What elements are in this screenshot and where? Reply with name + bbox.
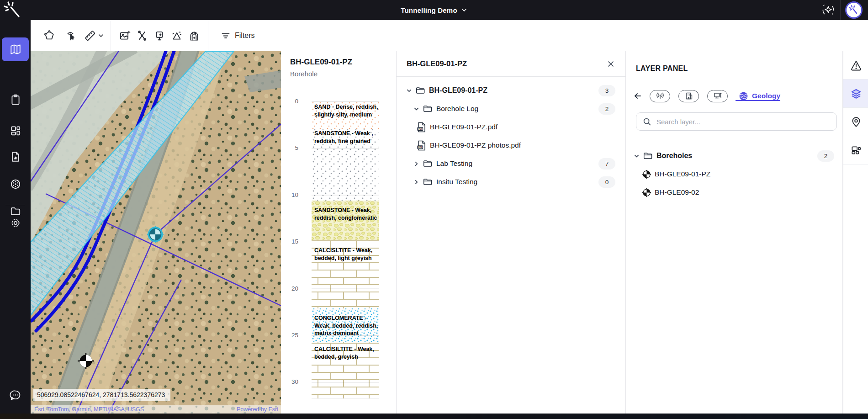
ruler-icon [84, 29, 96, 42]
cursor-coordinates: 506929.08522467624, 2781713.5622376273 [33, 389, 170, 401]
count-badge: 2 [598, 103, 615, 115]
select-feature-button[interactable] [63, 28, 78, 43]
tree-row-pdf-file[interactable]: PDF BH-GLE09-01-PZ.pdf [397, 118, 625, 136]
cut-route-button[interactable] [134, 28, 150, 43]
mountain-icon [171, 30, 183, 42]
map-toolbar: Filters [31, 20, 868, 51]
chevron-right-icon[interactable] [413, 160, 420, 167]
layers-button[interactable] [843, 80, 868, 108]
chevron-down-icon[interactable] [461, 7, 467, 13]
project-title[interactable]: Tunnelling Demo [401, 6, 457, 14]
layer-group-boreholes[interactable]: Boreholes 2 [626, 147, 842, 165]
user-avatar[interactable] [845, 1, 863, 19]
svg-text:PDF: PDF [418, 128, 423, 130]
sidebar-item-chat[interactable] [0, 383, 31, 407]
folder-icon [423, 177, 433, 187]
tree-item-label: BH-GLE09-01-PZ photos.pdf [430, 141, 521, 149]
tree-row-insitu-testing[interactable]: Insitu Testing 0 [397, 173, 625, 191]
borehole-symbol-icon [642, 188, 651, 197]
alerts-button[interactable] [843, 51, 868, 80]
sidebar-item-reports[interactable] [0, 145, 31, 169]
folder-icon [423, 104, 433, 114]
tree-row-root-folder[interactable]: BH-GLE09-01-PZ 3 [397, 81, 625, 100]
pointer-click-icon [64, 30, 76, 42]
tab-monitoring[interactable] [707, 90, 728, 102]
chevron-down-icon[interactable] [406, 87, 413, 94]
depth-tick: 30 [282, 378, 298, 385]
folder-icon [643, 151, 653, 161]
depth-tick: 5 [282, 144, 298, 151]
sidebar-item-clipboard[interactable] [0, 88, 31, 111]
globe-icon [739, 91, 748, 101]
tree-row-borehole-log[interactable]: Borehole Log 2 [397, 100, 625, 118]
tab-geology-label: Geology [752, 92, 780, 100]
powered-by-esri[interactable]: Powered by Esri [237, 406, 278, 413]
sidebar-divider [5, 205, 25, 205]
top-bar: Tunnelling Demo [0, 0, 868, 20]
borehole-log-title: BH-GLE09-01-PZ [290, 58, 352, 67]
signpost-button[interactable] [152, 28, 167, 43]
filters-button[interactable]: Filters [221, 31, 255, 41]
ai-sparkle-icon[interactable] [821, 3, 836, 17]
tree-item-label: BH-GLE09-01-PZ [429, 86, 487, 95]
borehole-files-panel: BH-GLE09-01-PZ BH-GLE09-01-PZ 3 [397, 51, 626, 414]
gear-icon [10, 217, 21, 229]
layer-item-bh-gle09-02[interactable]: BH-GLE09-02 [626, 183, 842, 202]
tab-geology[interactable]: Geology [739, 91, 780, 101]
count-badge: 0 [598, 176, 615, 188]
signpost-icon [153, 30, 165, 42]
measure-tool-button[interactable] [84, 29, 105, 42]
tunnel-button[interactable] [186, 28, 202, 43]
lithology-label: CALCISLTITE - Weak, bedded, light greyis… [314, 247, 378, 262]
toolbar-separator [208, 21, 208, 51]
left-sidebar [0, 20, 31, 414]
count-badge: 3 [598, 85, 615, 96]
terrain-button[interactable] [169, 28, 185, 43]
tree-row-pdf-file[interactable]: PDF BH-GLE09-01-PZ photos.pdf [397, 136, 625, 154]
filters-label: Filters [235, 32, 255, 40]
chevron-down-icon [97, 32, 105, 39]
tree-item-label: Lab Testing [436, 159, 472, 168]
search-icon [642, 117, 651, 126]
folder-icon [415, 85, 425, 95]
layer-item-label: BH-GLE09-01-PZ [655, 170, 710, 178]
widgets-button[interactable] [843, 136, 868, 164]
layers-stack-icon [850, 88, 862, 100]
sidebar-item-settings[interactable] [0, 211, 31, 235]
donut-chart-icon [10, 178, 21, 190]
count-badge: 2 [817, 150, 834, 162]
locations-button[interactable] [843, 108, 868, 136]
polygon-draw-button[interactable] [42, 28, 57, 43]
chevron-right-icon[interactable] [413, 179, 420, 186]
depth-tick: 15 [282, 238, 298, 245]
back-arrow-icon[interactable] [633, 91, 642, 101]
folder-icon [423, 159, 433, 169]
close-panel-button[interactable] [605, 58, 616, 69]
sidebar-item-wheel[interactable] [0, 172, 31, 196]
files-panel-header: BH-GLE09-01-PZ [397, 51, 625, 77]
map-attribution: Esri, TomTom, Garmin, METI/NASA, USGS [34, 406, 144, 413]
borehole-log-subtitle: Borehole [290, 70, 318, 78]
map-canvas[interactable]: 506929.08522467624, 2781713.5622376273 E… [31, 51, 281, 414]
clipboard-icon [10, 94, 21, 106]
sidebar-item-map[interactable] [2, 37, 29, 61]
tab-utilities[interactable] [650, 90, 670, 102]
broadcast-icon [656, 91, 665, 101]
chevron-down-icon[interactable] [413, 106, 420, 112]
tree-row-lab-testing[interactable]: Lab Testing 7 [397, 154, 625, 173]
lithology-strip[interactable]: SAND - Dense, reddish, slightly silty, m… [312, 101, 379, 398]
chevron-down-icon[interactable] [633, 153, 640, 159]
lithology-label: CONGLOMERATE - Weak, bedded, reddish, ma… [314, 314, 378, 337]
layer-item-bh-gle09-01-pz[interactable]: BH-GLE09-01-PZ [626, 165, 842, 183]
sidebar-item-dashboard[interactable] [0, 119, 31, 143]
layer-group-label: Boreholes [656, 152, 692, 160]
borehole-log-panel: BH-GLE09-01-PZ Borehole 0 5 10 15 20 25 … [281, 51, 397, 414]
building-icon [684, 91, 693, 101]
pdf-file-icon: PDF [417, 140, 426, 151]
dashboard-icon [10, 125, 21, 137]
search-layer-input[interactable] [656, 117, 820, 126]
tab-structures[interactable] [678, 90, 699, 102]
layer-search-box[interactable] [636, 112, 837, 131]
monitor-icon [713, 91, 722, 101]
add-image-button[interactable] [117, 28, 132, 43]
